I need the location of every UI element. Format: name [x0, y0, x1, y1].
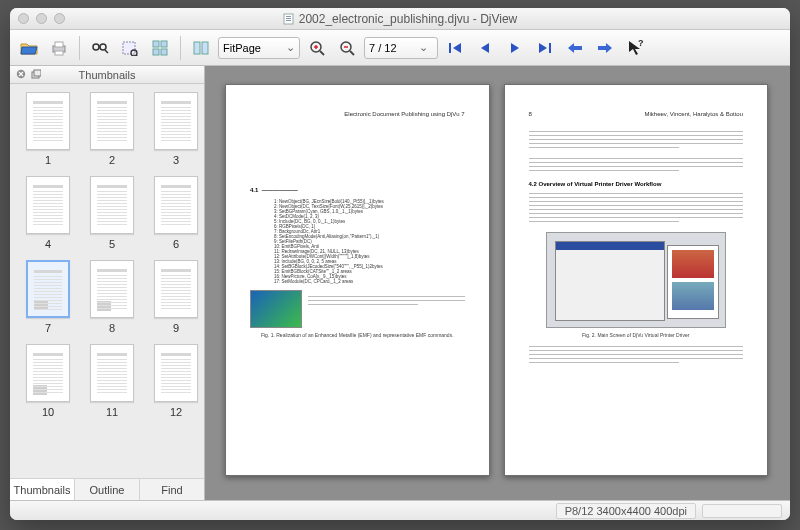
svg-rect-28	[549, 43, 551, 53]
thumbnail-page[interactable]: 4	[24, 176, 72, 250]
svg-rect-17	[161, 49, 167, 55]
figure-2-caption: Fig. 2. Main Screen of DjVu Virtual Prin…	[529, 332, 744, 338]
whats-this-button[interactable]: ?	[622, 36, 648, 60]
thumbnail-label: 3	[152, 154, 200, 166]
figure-1-image	[250, 290, 302, 328]
running-head-pagenum: 8	[529, 111, 532, 117]
thumbnail-page[interactable]: 9	[152, 260, 200, 334]
zoom-mode-value: FitPage	[223, 42, 261, 54]
sidebar: Thumbnails 123456789101112 Thumbnails Ou…	[10, 66, 205, 500]
print-button[interactable]	[46, 36, 72, 60]
sidebar-tabs: Thumbnails Outline Find	[10, 478, 204, 500]
thumbnail-label: 7	[24, 322, 72, 334]
thumbnail-page[interactable]: 1	[24, 92, 72, 166]
chevron-down-icon: ⌄	[286, 41, 295, 54]
thumbnail-page[interactable]: 8	[88, 260, 136, 334]
continuous-layout-button[interactable]	[147, 36, 173, 60]
svg-rect-14	[153, 41, 159, 47]
document-icon	[283, 13, 295, 25]
nav-forward-button[interactable]	[592, 36, 618, 60]
minimize-window-button[interactable]	[36, 13, 47, 24]
thumbnail-grid[interactable]: 123456789101112	[10, 84, 204, 478]
running-head: Electronic Document Publishing using DjV…	[344, 111, 464, 117]
thumbnail-label: 4	[24, 238, 72, 250]
svg-rect-32	[34, 70, 41, 76]
page-viewer[interactable]: Electronic Document Publishing using DjV…	[205, 66, 790, 500]
thumbnail-label: 12	[152, 406, 200, 418]
window-controls	[18, 13, 65, 24]
select-tool-button[interactable]	[117, 36, 143, 60]
thumbnail-page[interactable]: 6	[152, 176, 200, 250]
chevron-down-icon: ⌄	[419, 41, 428, 54]
zoom-window-button[interactable]	[54, 13, 65, 24]
tab-find[interactable]: Find	[140, 479, 204, 500]
svg-rect-19	[202, 42, 208, 54]
close-panel-icon[interactable]	[16, 69, 26, 81]
tab-outline[interactable]: Outline	[75, 479, 140, 500]
body: Thumbnails 123456789101112 Thumbnails Ou…	[10, 66, 790, 500]
thumbnail-page[interactable]: 5	[88, 176, 136, 250]
svg-rect-15	[161, 41, 167, 47]
svg-rect-16	[153, 49, 159, 55]
app-window: 2002_electronic_publishing.djvu - DjView…	[10, 8, 790, 520]
nav-back-button[interactable]	[562, 36, 588, 60]
svg-rect-11	[123, 42, 135, 54]
thumbnail-page[interactable]: 3	[152, 92, 200, 166]
page-input[interactable]	[369, 42, 415, 54]
code-listing: 1: NewObject(BG, JEcnSize[Bold(140,_Pt55…	[274, 199, 465, 284]
svg-line-25	[350, 51, 354, 55]
section-heading: 4.2 Overview of Virtual Printer Driver W…	[529, 181, 744, 187]
first-page-button[interactable]	[442, 36, 468, 60]
svg-rect-5	[55, 42, 63, 47]
zoom-in-button[interactable]	[304, 36, 330, 60]
thumbnail-label: 1	[24, 154, 72, 166]
svg-line-13	[136, 55, 138, 56]
svg-rect-6	[55, 51, 63, 55]
figure-1	[250, 290, 465, 328]
close-window-button[interactable]	[18, 13, 29, 24]
tab-thumbnails[interactable]: Thumbnails	[10, 479, 75, 500]
side-by-side-button[interactable]	[188, 36, 214, 60]
thumbnail-page[interactable]: 7	[24, 260, 72, 334]
body-text	[529, 346, 744, 363]
section-number: 4.1 ——————	[250, 187, 465, 193]
open-file-button[interactable]	[16, 36, 42, 60]
body-text	[529, 131, 744, 148]
svg-rect-18	[194, 42, 200, 54]
page-select[interactable]: ⌄	[364, 37, 438, 59]
undock-panel-icon[interactable]	[31, 69, 41, 81]
last-page-button[interactable]	[532, 36, 558, 60]
page-right: 8 Mikheev, Vincent, Haralytos & Bottou 4…	[504, 84, 769, 476]
thumbnail-page[interactable]: 2	[88, 92, 136, 166]
thumbnail-page[interactable]: 12	[152, 344, 200, 418]
next-page-button[interactable]	[502, 36, 528, 60]
window-title: 2002_electronic_publishing.djvu - DjView	[10, 12, 790, 26]
svg-line-10	[105, 50, 108, 53]
zoom-mode-select[interactable]: FitPage ⌄	[218, 37, 300, 59]
thumbnail-label: 2	[88, 154, 136, 166]
status-page-info: P8/12 3400x4400 400dpi	[556, 503, 696, 519]
sidebar-header: Thumbnails	[10, 66, 204, 84]
thumbnail-page[interactable]: 10	[24, 344, 72, 418]
find-text-button[interactable]	[87, 36, 113, 60]
svg-text:?: ?	[638, 39, 644, 48]
figure-2-image	[546, 232, 726, 328]
titlebar: 2002_electronic_publishing.djvu - DjView	[10, 8, 790, 30]
svg-line-21	[320, 51, 324, 55]
zoom-out-button[interactable]	[334, 36, 360, 60]
body-text	[529, 158, 744, 171]
svg-rect-1	[286, 16, 291, 17]
prev-page-button[interactable]	[472, 36, 498, 60]
body-text	[529, 193, 744, 222]
thumbnail-label: 11	[88, 406, 136, 418]
page-spread: Electronic Document Publishing using DjV…	[225, 84, 768, 476]
thumbnail-label: 5	[88, 238, 136, 250]
svg-rect-2	[286, 18, 291, 19]
svg-rect-27	[449, 43, 451, 53]
svg-point-7	[93, 44, 99, 50]
status-empty-cell	[702, 504, 782, 518]
thumbnail-page[interactable]: 11	[88, 344, 136, 418]
page-left: Electronic Document Publishing using DjV…	[225, 84, 490, 476]
svg-point-8	[100, 44, 106, 50]
thumbnail-label: 8	[88, 322, 136, 334]
